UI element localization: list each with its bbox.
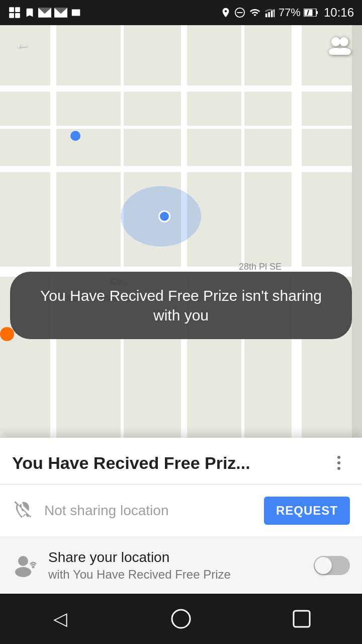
svg-rect-1 — [15, 7, 20, 12]
request-button[interactable]: REQUEST — [264, 497, 350, 525]
back-arrow-icon: ← — [14, 36, 30, 55]
battery-icon — [304, 9, 318, 17]
share-row: Share your location with You Have Recive… — [0, 537, 362, 594]
share-text-wrap: Share your location with You Have Recive… — [48, 549, 304, 582]
map-label-place: 28th Pl SE — [239, 262, 282, 272]
status-bar-right: 77% 10:16 — [220, 6, 354, 20]
signal-icon — [264, 7, 276, 18]
app-icon — [8, 6, 21, 19]
location-off-icon-wrap — [12, 500, 34, 522]
photo-icon — [70, 7, 81, 18]
nav-back-icon: ◁ — [53, 608, 67, 629]
nav-recents-button[interactable] — [282, 599, 322, 639]
share-title: Share your location — [48, 549, 304, 566]
nav-back-button[interactable]: ◁ — [40, 599, 80, 639]
svg-point-14 — [331, 37, 340, 46]
svg-point-19 — [15, 567, 31, 577]
share-person-icon — [12, 554, 38, 577]
svg-rect-12 — [316, 11, 318, 14]
svg-rect-3 — [15, 13, 20, 18]
map-edge — [352, 25, 362, 453]
svg-point-18 — [18, 556, 28, 566]
svg-rect-6 — [265, 14, 267, 17]
gmail2-icon — [54, 8, 67, 18]
svg-point-20 — [32, 566, 35, 569]
nav-home-icon — [171, 609, 191, 629]
status-bar: 77% 10:16 — [0, 0, 362, 25]
bookmark-icon — [24, 6, 35, 19]
battery-percentage: 77% — [279, 6, 301, 19]
svg-point-15 — [339, 37, 348, 46]
people-icon — [328, 36, 352, 55]
nav-home-button[interactable] — [161, 599, 201, 639]
share-subtitle: with You Have Recived Free Prize — [48, 568, 304, 582]
nav-recents-icon — [293, 610, 311, 628]
location-row: Not sharing location REQUEST — [0, 485, 362, 537]
top-action-bar: ← — [0, 25, 362, 65]
map-background: Church of Seattl... Co... 28th Pl SE — [0, 25, 362, 453]
more-options-button[interactable] — [328, 452, 350, 474]
svg-rect-8 — [271, 11, 273, 17]
wifi-icon — [248, 7, 261, 18]
share-person-icon-wrap — [12, 552, 38, 579]
bottom-navigation: ◁ — [0, 594, 362, 644]
svg-rect-0 — [9, 7, 14, 12]
svg-rect-2 — [9, 13, 14, 18]
bottom-panel: You Have Recived Free Priz... Not sharin… — [0, 438, 362, 594]
status-bar-left — [8, 6, 81, 19]
svg-rect-7 — [268, 12, 270, 17]
time-display: 10:16 — [324, 6, 354, 20]
svg-rect-22 — [294, 611, 310, 627]
toast-text: You Have Recived Free Prize isn't sharin… — [40, 287, 322, 324]
location-sharing-toggle[interactable] — [314, 556, 350, 575]
location-status-text: Not sharing location — [44, 503, 254, 519]
svg-point-21 — [172, 610, 190, 628]
panel-title: You Have Recived Free Priz... — [12, 453, 328, 473]
more-dots-icon — [337, 456, 340, 470]
svg-rect-9 — [274, 10, 275, 18]
dnd-icon — [234, 7, 245, 18]
location-off-icon — [14, 501, 33, 520]
toggle-thumb — [315, 557, 332, 574]
location-status-icon — [220, 6, 231, 19]
toast-notification: You Have Recived Free Prize isn't sharin… — [10, 272, 352, 339]
people-button[interactable] — [328, 33, 352, 57]
panel-header: You Have Recived Free Priz... — [0, 438, 362, 485]
back-button[interactable]: ← — [10, 33, 34, 57]
gmail-icon — [38, 8, 51, 18]
